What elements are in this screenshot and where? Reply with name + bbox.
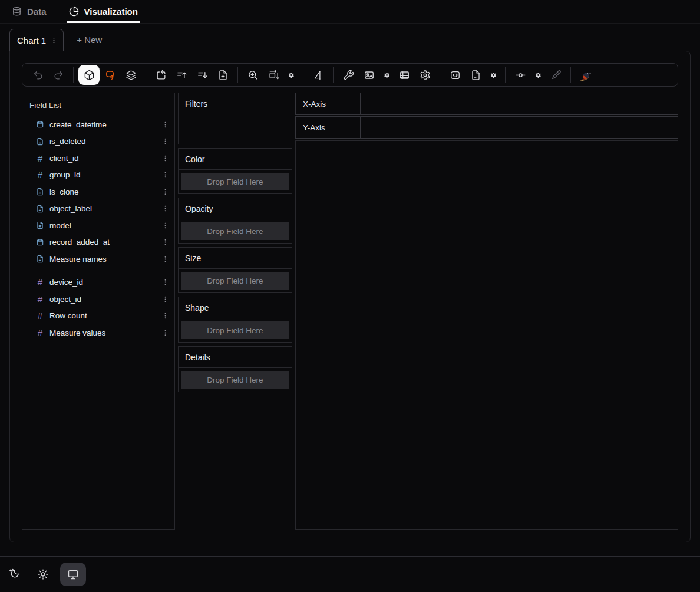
y-axis-dropzone[interactable] [361,117,678,138]
dark-mode-button[interactable] [2,563,26,586]
filters-drop-area[interactable] [179,114,292,144]
field-menu-icon[interactable] [160,186,170,197]
field-item-object_label[interactable]: object_label [22,200,174,218]
field-item-model[interactable]: model [22,217,174,234]
sun-icon [37,568,49,580]
chart-canvas[interactable] [295,140,678,530]
export-file-settings-icon [490,72,497,78]
calendar-icon [35,238,45,246]
details-title: Details [179,347,292,368]
commit-slider-settings-button[interactable] [531,65,545,84]
zoom-in-icon [247,70,259,81]
zoom-in-button[interactable] [243,65,263,84]
workspace: Field List create_datetime is_deleted # … [22,93,678,530]
paintbrush-icon [550,70,562,81]
field-item-is_clone[interactable]: is_clone [22,183,174,200]
chart-tab-menu-icon[interactable] [50,37,58,44]
field-menu-icon[interactable] [160,119,170,130]
cube-3d-button[interactable] [78,65,100,85]
field-menu-icon[interactable] [160,220,170,231]
field-item-client_id[interactable]: # client_id [22,150,174,167]
shape-dropzone[interactable]: Drop Field Here [181,321,289,339]
x-axis-dropzone[interactable] [361,93,678,114]
redo-icon [53,70,64,81]
field-menu-icon[interactable] [160,277,170,288]
toolbar-divider [440,67,440,83]
table-view-icon [399,70,410,81]
field-menu-icon[interactable] [160,327,170,338]
system-mode-button[interactable] [60,563,86,586]
field-menu-icon[interactable] [160,203,170,214]
field-menu-icon[interactable] [160,254,170,264]
tab-visualization[interactable]: Visualization [67,0,140,23]
export-file-button[interactable] [465,65,486,84]
toolbar-divider [303,67,303,83]
pie-chart-icon [69,6,79,17]
lasso-select-icon [105,70,116,81]
file-plus-button[interactable] [213,65,233,84]
toolbar-divider [146,67,146,83]
hash-icon: # [35,154,45,163]
redo-button[interactable] [48,65,68,84]
canvas-size-button[interactable] [263,65,283,84]
undo-button[interactable] [28,65,48,84]
canvas-size-settings-button[interactable] [284,65,298,84]
chart-tab-active[interactable]: Chart 1 [9,29,64,51]
filters-title: Filters [179,93,292,114]
sort-descending-button[interactable] [192,65,212,84]
export-file-settings-button[interactable] [486,65,500,84]
layers-button[interactable] [121,65,141,84]
field-item-is_deleted[interactable]: is_deleted [22,133,174,150]
hash-icon: # [35,170,45,179]
new-chart-button[interactable]: + New [72,28,107,51]
field-menu-icon[interactable] [160,294,170,304]
field-item-group_id[interactable]: # group_id [22,167,174,184]
shape-section: Shape Drop Field Here [178,297,292,343]
field-item-create_datetime[interactable]: create_datetime [22,116,174,133]
field-item-record_added_at[interactable]: record_added_at [22,234,174,251]
sort-ascending-button[interactable] [171,65,191,84]
field-menu-icon[interactable] [160,170,170,180]
field-item-row-count[interactable]: # Row count [22,308,174,325]
details-dropzone[interactable]: Drop Field Here [181,371,289,389]
bird-logo-button[interactable] [576,65,596,84]
export-image-settings-button[interactable] [379,65,394,84]
shape-title: Shape [179,297,292,318]
angle-ruler-icon [313,70,324,81]
embed-code-icon [450,70,461,81]
wrench-button[interactable] [338,65,358,84]
visualization-workspace: Field List create_datetime is_deleted # … [9,51,691,542]
tab-data[interactable]: Data [9,0,49,23]
hash-icon: # [35,328,45,337]
paintbrush-button[interactable] [546,65,566,84]
settings-button[interactable] [415,65,435,84]
rotate-square-button[interactable] [151,65,171,84]
hash-icon: # [35,295,45,304]
field-menu-icon[interactable] [160,136,170,147]
opacity-dropzone[interactable]: Drop Field Here [181,222,289,240]
light-mode-button[interactable] [31,563,55,586]
text-field-icon [35,205,45,213]
angle-ruler-button[interactable] [308,65,328,84]
field-menu-icon[interactable] [160,311,170,321]
field-item-object_id[interactable]: # object_id [22,291,174,308]
field-item-measure-values[interactable]: # Measure values [22,324,174,341]
commit-slider-button[interactable] [510,65,530,84]
export-image-icon [364,70,375,81]
dimensions-measures-divider [35,271,174,271]
field-item-measure-names[interactable]: Measure names [22,251,174,268]
field-menu-icon[interactable] [160,237,170,248]
embed-code-button[interactable] [445,65,465,84]
lasso-select-button[interactable] [100,65,120,84]
undo-icon [32,70,44,81]
monitor-icon [67,568,79,580]
size-dropzone[interactable]: Drop Field Here [181,272,289,290]
hash-icon: # [35,278,45,287]
layers-icon [126,70,137,81]
field-list-title: Field List [22,93,174,116]
field-item-device_id[interactable]: # device_id [22,274,174,291]
field-menu-icon[interactable] [160,153,170,163]
table-view-button[interactable] [394,65,414,84]
color-dropzone[interactable]: Drop Field Here [181,173,289,190]
export-image-button[interactable] [359,65,379,84]
